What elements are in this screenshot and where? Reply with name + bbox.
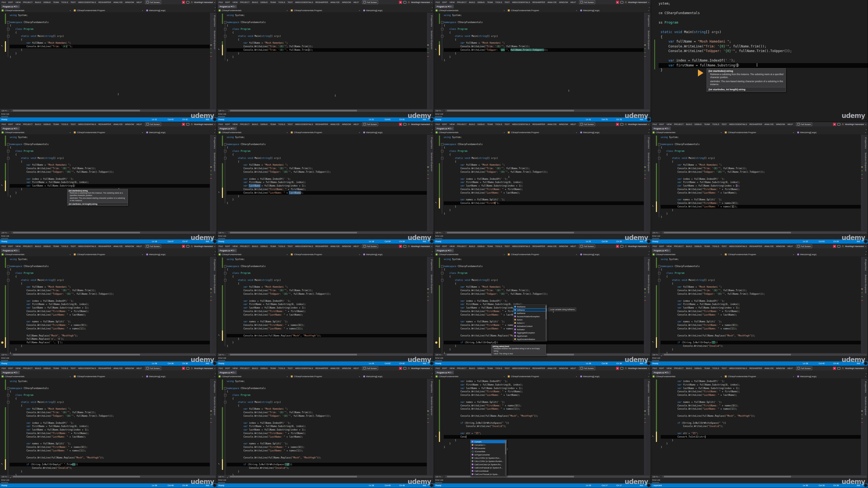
menu-item-team[interactable]: TEAM <box>270 123 276 126</box>
user-dropdown-icon[interactable]: ▾ <box>431 367 432 369</box>
menu-item-help[interactable]: HELP <box>136 245 142 248</box>
scrollbar-annotations[interactable] <box>861 379 863 475</box>
signed-in-user[interactable]: Moshfegh Hamedani <box>194 123 213 126</box>
menu-item-debug[interactable]: DEBUG <box>260 123 268 126</box>
close-icon[interactable]: × <box>668 372 669 373</box>
code-area[interactable]: var index = fullName.IndexOf(' '); var f… <box>444 379 644 475</box>
editor-region[interactable]: ↖using System;namespace CSharpFundamenta… <box>0 13 217 109</box>
nav-type-dropdown[interactable]: CSharpFundamentals.Program▾ <box>723 253 795 256</box>
pin-icon[interactable] <box>233 372 233 373</box>
close-icon[interactable]: × <box>668 250 669 252</box>
menu-item-file[interactable]: FILE <box>219 245 223 248</box>
horizontal-scrollbar[interactable] <box>228 476 433 478</box>
nav-member-dropdown[interactable]: Main(string[] args)▾ <box>579 131 651 134</box>
editor-region[interactable]: ↖using System;namespace CSharpFundamenta… <box>434 135 651 231</box>
nav-type-dropdown[interactable]: CSharpFundamentals.Program▾ <box>289 9 361 12</box>
outline-collapse-icon[interactable] <box>7 279 9 282</box>
outline-collapse-icon[interactable] <box>224 21 226 24</box>
menu-item-debug[interactable]: DEBUG <box>477 245 485 248</box>
nav-type-dropdown[interactable]: CSharpFundamentals.Program▾ <box>506 9 578 12</box>
tab-program-cs[interactable]: Program.cs× <box>1 127 20 130</box>
menu-item-project[interactable]: PROJECT <box>240 245 250 248</box>
side-tab-properties[interactable]: Properties <box>214 137 216 149</box>
menu-item-window[interactable]: WINDOW <box>125 367 134 369</box>
error-list-strip[interactable]: Error List <box>217 356 434 361</box>
menu-item-view[interactable]: VIEW <box>232 367 238 369</box>
menu-item-edit[interactable]: EDIT <box>225 123 230 126</box>
menu-item-analyze[interactable]: ANALYZE <box>764 367 774 369</box>
document-well-dropdown-icon[interactable]: ▾ <box>215 129 216 130</box>
menu-item-tools[interactable]: TOOLS <box>495 123 502 126</box>
menu-item-debug[interactable]: DEBUG <box>477 123 485 126</box>
pin-icon[interactable] <box>450 128 450 129</box>
menu-item-edit[interactable]: EDIT <box>8 123 13 126</box>
tab-program-cs[interactable]: Program.cs× <box>218 249 237 252</box>
menu-item-project[interactable]: PROJECT <box>674 367 684 369</box>
nav-type-dropdown[interactable]: CSharpFundamentals.Program▾ <box>289 131 361 134</box>
menu-item-test[interactable]: TEST <box>70 367 76 369</box>
close-icon[interactable]: × <box>17 6 18 8</box>
menu-item-team[interactable]: TEAM <box>704 123 710 126</box>
scrollbar-annotations[interactable] <box>861 257 863 353</box>
code-area[interactable]: using System;namespace CSharpFundamental… <box>227 257 427 353</box>
menu-item-build[interactable]: BUILD <box>252 1 258 3</box>
completion-item[interactable]: CallConvThiscall (in Syste... <box>471 473 506 476</box>
menu-item-resharper[interactable]: RESHARPER <box>98 245 111 248</box>
menu-item-build[interactable]: BUILD <box>35 1 41 3</box>
menu-item-tools[interactable]: TOOLS <box>495 367 502 369</box>
horizontal-scrollbar[interactable] <box>11 231 216 234</box>
outline-collapse-icon[interactable] <box>7 150 9 152</box>
menu-item-resharper[interactable]: RESHARPER <box>315 367 328 369</box>
zoom-level-dropdown[interactable]: 100 %▾ <box>0 109 10 112</box>
code-area[interactable]: using System;namespace CSharpFundamental… <box>227 13 427 109</box>
feedback-bubble-icon[interactable] <box>837 245 840 248</box>
nav-member-dropdown[interactable]: Main(string[] args)▾ <box>796 253 868 256</box>
menu-item-edit[interactable]: EDIT <box>659 123 664 126</box>
signed-in-user[interactable]: Moshfegh Hamedani <box>194 1 213 3</box>
scrollbar-annotations[interactable] <box>644 13 646 109</box>
side-tab-solution-explorer[interactable]: Solution Explorer <box>865 397 867 416</box>
menu-item-web-essentials[interactable]: WEB ESSENTIALS <box>512 367 530 369</box>
menu-item-window[interactable]: WINDOW <box>559 1 568 3</box>
full-screen-button[interactable]: Full Screen <box>579 1 595 4</box>
menu-item-build[interactable]: BUILD <box>469 245 475 248</box>
nav-project-dropdown[interactable]: CSharpFundamentals▾ <box>217 375 289 378</box>
menu-item-project[interactable]: PROJECT <box>23 245 33 248</box>
full-screen-button[interactable]: Full Screen <box>362 1 378 4</box>
menu-item-file[interactable]: FILE <box>653 367 657 369</box>
menu-item-file[interactable]: FILE <box>219 367 223 369</box>
menu-item-view[interactable]: VIEW <box>450 245 455 248</box>
document-well-dropdown-icon[interactable]: ▾ <box>866 251 867 252</box>
zoom-level-dropdown[interactable]: 100 %▾ <box>0 231 10 234</box>
horizontal-scrollbar[interactable] <box>445 109 650 112</box>
menu-item-project[interactable]: PROJECT <box>23 367 33 369</box>
menu-item-test[interactable]: TEST <box>721 123 727 126</box>
menu-item-file[interactable]: FILE <box>219 123 223 126</box>
outline-collapse-icon[interactable] <box>441 143 443 145</box>
editor-region[interactable]: ↖using System;namespace CSharpFundamenta… <box>651 257 868 353</box>
signed-in-user[interactable]: Moshfegh Hamedani <box>194 245 213 248</box>
notifications-flag-icon[interactable]: ▾ <box>399 1 402 4</box>
outline-collapse-icon[interactable] <box>224 35 226 37</box>
nav-member-dropdown[interactable]: Main(string[] args)▾ <box>145 375 217 378</box>
notifications-flag-icon[interactable]: ▾ <box>616 245 619 248</box>
document-well-dropdown-icon[interactable]: ▾ <box>215 251 216 252</box>
menu-item-help[interactable]: HELP <box>136 1 142 3</box>
editor-region[interactable]: ↖using System;namespace CSharpFundamenta… <box>217 257 434 353</box>
menu-item-debug[interactable]: DEBUG <box>43 123 51 126</box>
side-tab-solution-explorer[interactable]: Solution Explorer <box>214 397 216 416</box>
menu-item-team[interactable]: TEAM <box>53 245 59 248</box>
document-well-dropdown-icon[interactable]: ▾ <box>649 6 650 8</box>
menu-item-edit[interactable]: EDIT <box>225 367 230 369</box>
zoom-level-dropdown[interactable]: 100 %▾ <box>217 231 227 234</box>
menu-item-file[interactable]: FILE <box>653 123 657 126</box>
scrollbar-annotations[interactable] <box>210 13 212 109</box>
menu-item-project[interactable]: PROJECT <box>240 1 250 3</box>
completion-item[interactable]: CallConvFastcall (in System.R... <box>471 466 506 469</box>
completion-item[interactable]: IConvertible <box>471 450 506 453</box>
menu-item-debug[interactable]: DEBUG <box>260 245 268 248</box>
feedback-bubble-icon[interactable] <box>620 123 623 126</box>
horizontal-scrollbar[interactable] <box>445 231 650 234</box>
horizontal-scrollbar[interactable] <box>662 476 867 478</box>
notifications-flag-icon[interactable]: ▾ <box>616 123 619 126</box>
